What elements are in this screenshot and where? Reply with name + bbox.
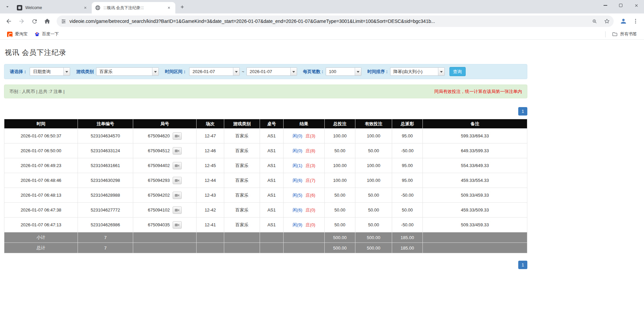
tab-search-button[interactable] [3,2,12,11]
combo-arrow-icon[interactable] [152,68,158,75]
combo-arrow-icon[interactable] [438,68,444,75]
bookmark-label: 爱淘宝 [15,31,28,37]
empty-cell [133,232,197,243]
profile-button[interactable] [618,15,629,27]
video-replay-button[interactable] [173,221,182,229]
back-button[interactable] [3,15,15,27]
cell-table-no: AS1 [260,129,284,143]
subtotal-total-bet: 500.00 [325,232,355,243]
combo-arrow-icon[interactable] [63,68,70,75]
tab-close-icon[interactable] [166,5,172,11]
query-type-value: 日期查询 [30,68,63,75]
cell-payout: 50.00 [392,203,423,218]
bookmark-star-button[interactable] [602,17,612,26]
tab-title: :::视讯 会员下注纪录::: [104,5,166,11]
notice-text: 同局有效投注，统一计算在该局第一张注单内 [434,89,522,95]
kebab-icon [633,18,639,24]
address-bar[interactable]: videoie.com/game/betrecord_search/kind3?… [57,15,614,27]
cell-game-type: 百家乐 [224,203,260,218]
video-replay-button[interactable] [173,206,182,214]
round-id: 675094035 [148,222,170,227]
query-type-combobox[interactable]: 日期查询 [30,67,70,76]
cell-total-bet[interactable]: 100.00 [325,173,355,188]
cell-time: 2026-01-07 06:48:13 [4,188,78,203]
round-id: 675094202 [148,193,170,198]
video-replay-button[interactable] [173,192,182,199]
all-bookmarks-label: 所有书签 [620,31,637,37]
all-bookmarks-button[interactable]: 所有书签 [609,30,640,38]
url-text[interactable]: videoie.com/game/betrecord_search/kind3?… [69,19,587,24]
tab-welcome[interactable]: Welcome [13,2,92,13]
reload-icon [31,18,38,25]
video-replay-button[interactable] [173,147,182,155]
cell-round: 675094402 [133,158,197,173]
cell-valid-bet: 100.00 [355,173,392,188]
cell-round: 675094293 [133,173,197,188]
game-type-combobox[interactable]: 百家乐 [96,67,159,76]
minimize-button[interactable] [597,0,613,11]
date-end-value: 2026-01-07 [247,68,290,75]
site-settings-icon [61,19,66,24]
video-replay-button[interactable] [173,177,182,184]
sort-value: 降幂(由大到小) [390,68,438,75]
bookmark-baidu[interactable]: 百度一下 [31,30,62,38]
page-1-button[interactable]: 1 [518,261,527,269]
cell-session: 12-41 [197,218,224,232]
cell-game-type: 百家乐 [224,218,260,232]
search-button[interactable]: 查询 [449,67,466,76]
forward-button[interactable] [16,15,28,27]
cell-time: 2026-01-07 06:47:38 [4,203,78,218]
empty-cell [133,243,197,253]
bookmark-aitaobao[interactable]: 爱淘宝 [4,30,31,38]
combo-arrow-icon[interactable] [355,68,361,75]
cell-note: 554.33/649.33 [423,158,527,173]
address-toolbar: videoie.com/game/betrecord_search/kind3?… [0,13,644,29]
reload-button[interactable] [28,15,40,27]
cell-total-bet[interactable]: 50.00 [325,218,355,232]
cell-total-bet[interactable]: 100.00 [325,158,355,173]
new-tab-button[interactable] [177,2,187,11]
profile-icon [620,18,627,25]
cell-round: 675094202 [133,188,197,203]
cell-total-bet[interactable]: 50.00 [325,203,355,218]
cell-note: 509.33/459.33 [423,218,527,232]
total-count: 7 [78,243,133,253]
combo-arrow-icon[interactable] [290,68,297,75]
empty-cell [284,232,325,243]
total-row: 总计 7 500.00 500.00 185.00 [4,243,527,253]
video-replay-button[interactable] [173,162,182,169]
empty-cell [224,232,260,243]
video-icon [175,149,179,153]
cell-total-bet[interactable]: 50.00 [325,188,355,203]
empty-cell [260,232,284,243]
menu-kebab-button[interactable] [630,15,641,27]
home-button[interactable] [41,15,53,27]
range-separator: ~ [242,69,244,74]
zoom-button[interactable] [590,17,599,26]
window-close-button[interactable] [628,0,644,11]
video-icon [175,164,179,168]
cell-total-bet[interactable]: 100.00 [325,129,355,143]
table-row: 2026-01-07 06:47:13 523104626986 6750940… [4,218,527,232]
tab-close-icon[interactable] [82,5,88,11]
cell-game-type: 百家乐 [224,173,260,188]
empty-cell [197,243,224,253]
sort-combobox[interactable]: 降幂(由大到小) [390,67,445,76]
maximize-button[interactable] [613,0,628,11]
video-replay-button[interactable] [173,132,182,140]
empty-cell [423,243,527,253]
date-start-combobox[interactable]: 2026-01-07 [189,67,240,76]
combo-arrow-icon[interactable] [233,68,239,75]
cell-game-type: 百家乐 [224,188,260,203]
date-end-combobox[interactable]: 2026-01-07 [246,67,297,76]
cell-time: 2026-01-07 06:47:13 [4,218,78,232]
cell-round: 675094102 [133,203,197,218]
table-row: 2026-01-07 06:47:38 523104627772 6750941… [4,203,527,218]
page-1-button[interactable]: 1 [518,107,527,116]
tab-strip: Welcome :::视讯 会员下注纪录::: [0,0,644,13]
cell-total-bet[interactable]: 50.00 [325,143,355,158]
cell-note: 599.33/694.33 [423,129,527,143]
tab-betrecord[interactable]: :::视讯 会员下注纪录::: [92,2,175,13]
page-size-combobox[interactable]: 100 [326,67,361,76]
sort-label: 时间排序 : [368,69,388,75]
